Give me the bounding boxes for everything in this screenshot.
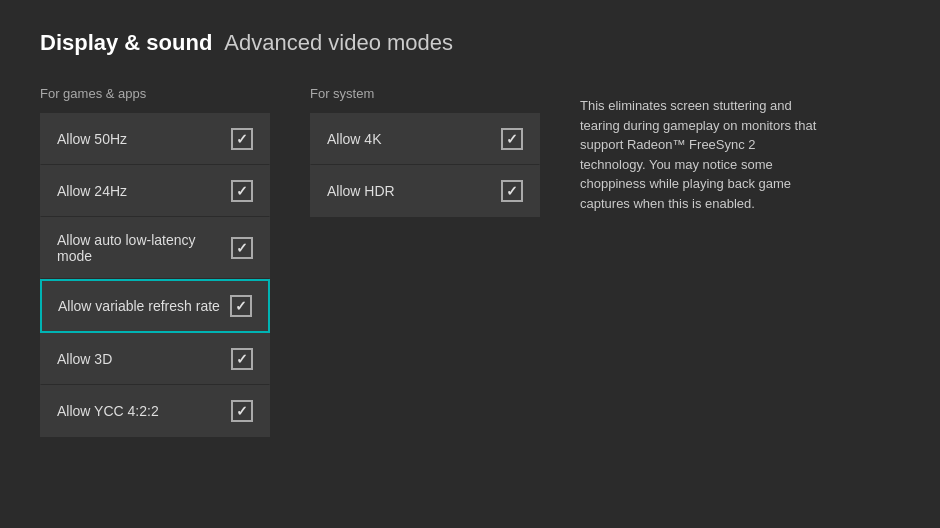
setting-allow-4k-checkbox[interactable] <box>501 128 523 150</box>
description-text: This eliminates screen stuttering and te… <box>580 96 820 213</box>
setting-allow-4k-label: Allow 4K <box>327 131 381 147</box>
header-main-title: Display & sound <box>40 30 212 56</box>
header-sub-title: Advanced video modes <box>224 30 453 56</box>
settings-columns: For games & apps Allow 50Hz Allow 24Hz A… <box>40 86 540 437</box>
header: Display & sound Advanced video modes <box>40 30 900 56</box>
setting-allow-ycc[interactable]: Allow YCC 4:2:2 <box>40 385 270 437</box>
games-apps-column: For games & apps Allow 50Hz Allow 24Hz A… <box>40 86 270 437</box>
system-column-title: For system <box>310 86 540 101</box>
setting-allow-variable-refresh-checkbox[interactable] <box>230 295 252 317</box>
setting-allow-3d-label: Allow 3D <box>57 351 112 367</box>
setting-allow-auto-low-latency[interactable]: Allow auto low-latency mode <box>40 217 270 279</box>
setting-allow-hdr-checkbox[interactable] <box>501 180 523 202</box>
setting-allow-24hz-checkbox[interactable] <box>231 180 253 202</box>
page: Display & sound Advanced video modes For… <box>0 0 940 528</box>
setting-allow-variable-refresh[interactable]: Allow variable refresh rate <box>40 279 270 333</box>
setting-allow-auto-low-latency-checkbox[interactable] <box>231 237 253 259</box>
setting-allow-50hz[interactable]: Allow 50Hz <box>40 113 270 165</box>
setting-allow-hdr-label: Allow HDR <box>327 183 395 199</box>
setting-allow-4k[interactable]: Allow 4K <box>310 113 540 165</box>
system-settings-list: Allow 4K Allow HDR <box>310 113 540 217</box>
setting-allow-auto-low-latency-label: Allow auto low-latency mode <box>57 232 231 264</box>
content-area: For games & apps Allow 50Hz Allow 24Hz A… <box>40 86 900 437</box>
setting-allow-24hz[interactable]: Allow 24Hz <box>40 165 270 217</box>
setting-allow-50hz-checkbox[interactable] <box>231 128 253 150</box>
setting-allow-24hz-label: Allow 24Hz <box>57 183 127 199</box>
setting-allow-hdr[interactable]: Allow HDR <box>310 165 540 217</box>
setting-allow-ycc-checkbox[interactable] <box>231 400 253 422</box>
description-panel: This eliminates screen stuttering and te… <box>560 86 840 437</box>
setting-allow-50hz-label: Allow 50Hz <box>57 131 127 147</box>
system-column: For system Allow 4K Allow HDR <box>310 86 540 437</box>
setting-allow-variable-refresh-label: Allow variable refresh rate <box>58 298 220 314</box>
games-apps-settings-list: Allow 50Hz Allow 24Hz Allow auto low-lat… <box>40 113 270 437</box>
setting-allow-3d-checkbox[interactable] <box>231 348 253 370</box>
setting-allow-ycc-label: Allow YCC 4:2:2 <box>57 403 159 419</box>
setting-allow-3d[interactable]: Allow 3D <box>40 333 270 385</box>
games-apps-column-title: For games & apps <box>40 86 270 101</box>
